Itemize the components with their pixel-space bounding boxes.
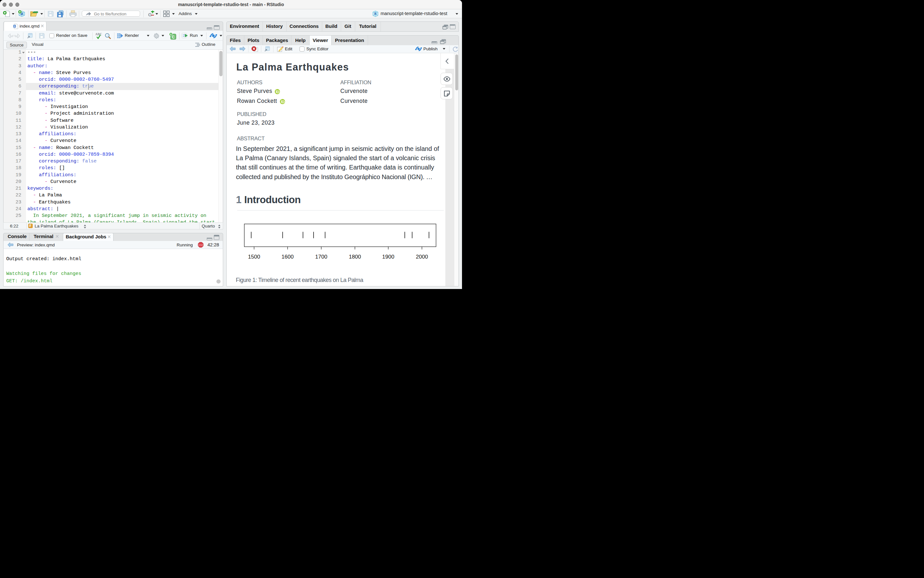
svg-text:1800: 1800 [349,253,361,260]
svg-text:1900: 1900 [382,253,394,260]
svg-text:1700: 1700 [315,253,327,260]
svg-text:ABC: ABC [95,32,102,36]
svg-text:1600: 1600 [281,253,294,260]
svg-text:1500: 1500 [248,253,260,260]
svg-text:R: R [374,12,377,15]
svg-text:STOP: STOP [198,244,203,246]
svg-text:C: C [172,35,175,39]
svg-text:G: G [148,12,152,17]
svg-text:2000: 2000 [416,253,428,260]
